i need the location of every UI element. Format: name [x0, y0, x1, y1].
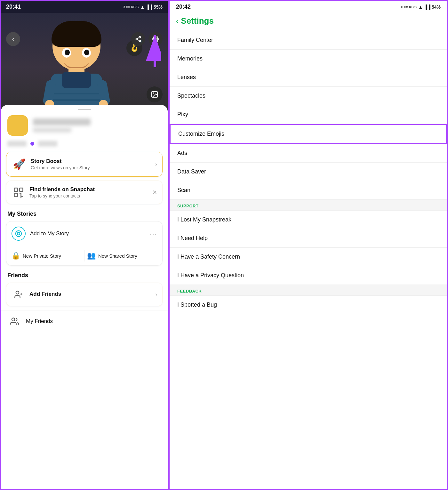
status-icons-right: 0.08 KB/S ▲ ▐▐ 54% [401, 4, 441, 10]
friends-section-title: Friends [1, 269, 168, 283]
svg-rect-11 [20, 188, 23, 192]
time-right: 20:42 [176, 4, 191, 10]
svg-point-9 [153, 93, 154, 94]
avatar-gallery-button[interactable] [147, 86, 163, 102]
svg-point-14 [17, 232, 20, 235]
add-friends-text: Add Friends [29, 291, 151, 298]
wifi-icon: ▲ [140, 4, 145, 10]
battery-left: 55% [154, 4, 163, 10]
rocket-emoji: 🚀 [12, 157, 27, 172]
stat-zodiac-blurred [38, 141, 57, 147]
settings-item-spectacles[interactable]: Spectacles [170, 87, 447, 105]
speed-left: 3.00 KB/S [123, 5, 139, 9]
my-stories-section-title: My Stories [1, 208, 168, 221]
add-friends-card[interactable]: Add Friends › [6, 283, 163, 306]
settings-item-pixy[interactable]: Pixy [170, 105, 447, 124]
signal-icon: ▐▐ [146, 4, 152, 10]
settings-item-ads[interactable]: Ads [170, 144, 447, 163]
back-button[interactable]: ‹ [6, 32, 20, 46]
my-friends-icon [7, 314, 21, 328]
find-friends-card[interactable]: Find friends on Snapchat Tap to sync you… [6, 181, 163, 204]
find-friends-title: Find friends on Snapchat [29, 186, 148, 193]
svg-rect-10 [14, 188, 18, 192]
find-friends-icon [12, 185, 26, 199]
find-friends-subtitle: Tap to sync your contacts [29, 193, 148, 198]
add-friends-icon [12, 287, 26, 301]
settings-item-memories[interactable]: Memories [170, 50, 447, 68]
profile-handle-blurred [33, 127, 71, 133]
profile-name-blurred [33, 118, 91, 125]
add-story-icon [12, 227, 26, 241]
group-icon: 👥 [87, 252, 96, 260]
settings-item-family-center[interactable]: Family Center [170, 31, 447, 50]
three-dots-button[interactable]: ··· [150, 230, 157, 237]
settings-section-header: FEEDBACK [170, 285, 447, 296]
purple-arrow-annotation [129, 29, 161, 70]
speed-right: 0.08 KB/S [401, 5, 417, 9]
add-friends-title: Add Friends [29, 291, 151, 297]
settings-item-i-have-a-privacy-question[interactable]: I Have a Privacy Question [170, 266, 447, 285]
find-friends-text: Find friends on Snapchat Tap to sync you… [29, 186, 148, 198]
status-icons-left: 3.00 KB/S ▲ ▐▐ 55% [123, 4, 163, 10]
settings-back-button[interactable]: ‹ [176, 17, 178, 25]
my-friends-row[interactable]: My Friends [1, 310, 168, 332]
settings-item-lenses[interactable]: Lenses [170, 68, 447, 87]
svg-point-15 [16, 291, 19, 294]
profile-header [1, 115, 168, 141]
settings-item-i-have-a-safety-concern[interactable]: I Have a Safety Concern [170, 248, 447, 266]
svg-point-18 [12, 318, 15, 321]
story-boost-subtitle: Get more views on your Story. [31, 165, 151, 170]
right-panel: 20:42 0.08 KB/S ▲ ▐▐ 54% ‹ Settings Fami… [169, 0, 448, 490]
settings-item-i-lost-my-snapstreak[interactable]: I Lost My Snapstreak [170, 211, 447, 229]
svg-rect-12 [14, 193, 18, 197]
add-to-my-story-text: Add to My Story [30, 230, 145, 237]
svg-point-13 [16, 231, 21, 237]
settings-section-header: SUPPORT [170, 200, 447, 211]
story-boost-card[interactable]: 🚀 Story Boost Get more views on your Sto… [6, 152, 163, 177]
find-friends-row: Find friends on Snapchat Tap to sync you… [12, 185, 157, 199]
bitmoji-avatar [32, 19, 121, 115]
settings-header: ‹ Settings [170, 13, 447, 31]
story-boost-chevron: › [155, 161, 157, 168]
settings-item-i-spotted-a-bug[interactable]: I Spotted a Bug [170, 296, 447, 314]
new-shared-story-button[interactable]: 👥 New Shared Story [84, 250, 160, 261]
settings-item-i-need-help[interactable]: I Need Help [170, 229, 447, 248]
sheet-handle [78, 109, 91, 110]
profile-name-area [33, 118, 161, 133]
stat-item-2 [38, 141, 57, 147]
left-panel: 20:41 3.00 KB/S ▲ ▐▐ 55% [0, 0, 169, 490]
new-private-story-text: New Private Story [23, 253, 61, 259]
add-to-my-story-row[interactable]: Add to My Story ··· [6, 221, 162, 246]
profile-sheet: 🚀 Story Boost Get more views on your Sto… [1, 105, 168, 489]
my-friends-text: My Friends [26, 318, 53, 325]
stat-item-1 [7, 141, 27, 147]
settings-title: Settings [181, 16, 214, 26]
battery-right: 54% [432, 4, 441, 10]
settings-item-data-saver[interactable]: Data Saver [170, 163, 447, 181]
new-private-story-button[interactable]: 🔒 New Private Story [9, 250, 84, 261]
story-boost-row: 🚀 Story Boost Get more views on your Sto… [12, 157, 157, 172]
new-shared-story-text: New Shared Story [98, 253, 137, 259]
status-bar-left: 20:41 3.00 KB/S ▲ ▐▐ 55% [1, 1, 168, 13]
stat-score-blurred [7, 141, 27, 147]
signal-icon-right: ▐▐ [424, 4, 430, 10]
story-bottom-row: 🔒 New Private Story 👥 New Shared Story [6, 246, 162, 265]
stories-card: Add to My Story ··· 🔒 New Private Story … [6, 221, 163, 266]
story-boost-title: Story Boost [31, 158, 151, 165]
settings-item-scan[interactable]: Scan [170, 181, 447, 200]
find-friends-close[interactable]: ✕ [152, 189, 157, 196]
status-bar-right: 20:42 0.08 KB/S ▲ ▐▐ 54% [170, 1, 447, 13]
story-boost-text: Story Boost Get more views on your Story… [31, 158, 151, 170]
add-friends-row: Add Friends › [12, 287, 157, 301]
profile-thumbnail [7, 115, 28, 136]
wifi-icon-right: ▲ [418, 4, 423, 10]
add-friends-chevron: › [155, 291, 157, 298]
time-left: 20:41 [6, 4, 21, 10]
settings-item-customize-emojis[interactable]: Customize Emojis [170, 124, 447, 144]
settings-list: Family CenterMemoriesLensesSpectaclesPix… [170, 31, 447, 483]
lock-icon: 🔒 [12, 252, 20, 260]
purple-dot [30, 142, 34, 146]
profile-stats [1, 141, 168, 152]
